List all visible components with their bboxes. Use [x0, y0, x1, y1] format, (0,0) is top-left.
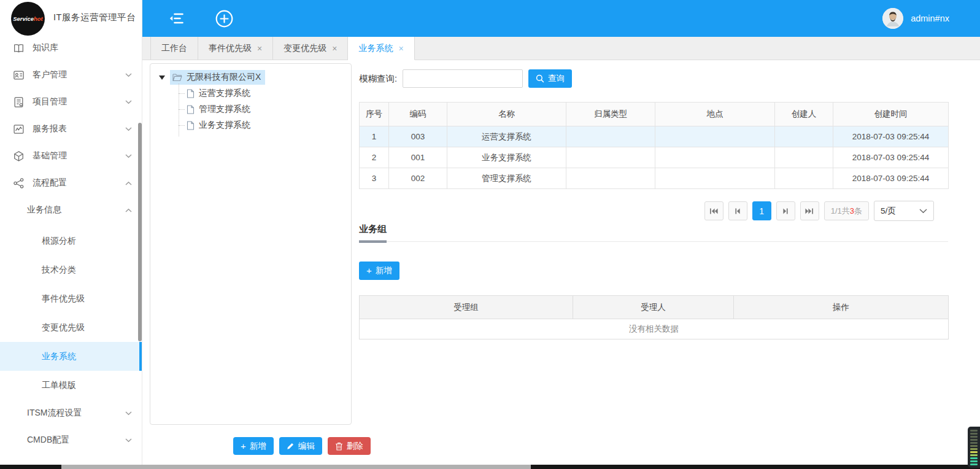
tab-business-system[interactable]: 业务系统 × — [348, 37, 414, 60]
tree-root-row: 无限科技有限公司X — [159, 69, 351, 85]
fuzzy-search-input[interactable] — [403, 69, 523, 88]
pagination: 1 1/1共3条 5/页 — [359, 201, 934, 221]
first-page-button[interactable] — [704, 201, 723, 220]
sidebar-item-process-config[interactable]: 流程配置 — [0, 169, 142, 196]
table-row[interactable]: 1003运营支撑系统2018-07-03 09:25:44 — [360, 126, 949, 147]
top-header: admin#nx — [142, 0, 980, 37]
sidebar-item-label: 基础管理 — [33, 150, 67, 161]
last-page-button[interactable] — [800, 201, 819, 220]
sidebar-item-root-cause[interactable]: 根源分析 — [0, 227, 142, 255]
group-add-button[interactable]: + 新增 — [359, 262, 399, 280]
tree-connector — [179, 125, 185, 126]
page-number-button[interactable]: 1 — [752, 201, 771, 220]
sidebar-item-base-mgmt[interactable]: 基础管理 — [0, 142, 142, 169]
sidebar-item-label: 服务报表 — [33, 123, 67, 134]
sidebar-item-knowledge-base[interactable]: 知识库 — [0, 34, 142, 61]
logo-text-service: Service — [13, 15, 34, 22]
button-label: 删除 — [347, 441, 363, 452]
sidebar-item-cmdb-config[interactable]: CMDB配置 — [0, 427, 142, 454]
main-content: 无限科技有限公司X 运营支撑系统 管理支撑系统 业务支撑系统 — [142, 60, 980, 469]
sidebar-item-ticket-template[interactable]: 工单模版 — [0, 371, 142, 400]
capture-widget[interactable] — [968, 427, 980, 468]
tree-delete-button[interactable]: 删除 — [328, 437, 371, 455]
table-header-row: 受理组 受理人 操作 — [360, 296, 949, 319]
table-row[interactable]: 2001业务支撑系统2018-07-03 09:25:44 — [360, 147, 949, 168]
tree-root-node[interactable]: 无限科技有限公司X — [170, 70, 265, 85]
sidebar-item-service-report[interactable]: 服务报表 — [0, 115, 142, 142]
org-tree-panel: 无限科技有限公司X 运营支撑系统 管理支撑系统 业务支撑系统 — [150, 63, 352, 425]
cube-icon — [12, 150, 25, 162]
current-page: 1 — [759, 206, 764, 216]
close-icon[interactable]: × — [398, 44, 403, 53]
sidebar-item-label: 技术分类 — [42, 265, 76, 276]
close-icon[interactable]: × — [257, 44, 262, 53]
sidebar-item-itsm-process[interactable]: ITSM流程设置 — [0, 400, 142, 427]
sidebar-item-change-priority[interactable]: 变更优先级 — [0, 313, 142, 342]
horizontal-scrollbar-thumb[interactable] — [61, 465, 531, 469]
column-header: 编码 — [389, 103, 447, 126]
chevron-down-icon — [919, 209, 927, 214]
fuzzy-search-label: 模糊查询: — [359, 73, 397, 85]
sidebar-item-incident-priority[interactable]: 事件优先级 — [0, 284, 142, 313]
add-tab-icon[interactable] — [215, 9, 234, 28]
menu-fold-icon[interactable] — [169, 10, 187, 27]
sidebar-nav: 知识库 客户管理 项目管理 服务报表 — [0, 34, 142, 454]
username: admin#nx — [911, 14, 949, 23]
total-count: 3 — [850, 206, 854, 215]
project-document-icon — [12, 96, 25, 108]
tab-label: 业务系统 — [358, 43, 393, 54]
empty-text: 没有相关数据 — [360, 319, 949, 339]
tab-incident-priority[interactable]: 事件优先级 × — [198, 37, 273, 60]
sidebar-item-label: 业务信息 — [27, 204, 61, 215]
column-header: 受理组 — [360, 296, 573, 319]
sidebar-item-label: 流程配置 — [33, 177, 67, 188]
tree-node-label: 管理支撑系统 — [199, 104, 250, 115]
sidebar-item-tech-category[interactable]: 技术分类 — [0, 255, 142, 284]
horizontal-scrollbar[interactable] — [0, 465, 980, 469]
logo-text-hot: hot — [34, 15, 43, 22]
tree-connector — [179, 93, 185, 94]
tab-workbench[interactable]: 工作台 — [150, 37, 198, 60]
tab-label: 工作台 — [161, 43, 187, 54]
table-row[interactable]: 3002管理支撑系统2018-07-03 09:25:44 — [360, 168, 949, 189]
sidebar-item-business-info[interactable]: 业务信息 — [0, 196, 142, 223]
chevron-down-icon — [125, 100, 132, 104]
tree-collapse-caret[interactable] — [159, 76, 165, 80]
next-page-button[interactable] — [776, 201, 795, 220]
chevron-up-icon — [125, 181, 132, 185]
business-systems-table: 序号 编码 名称 归属类型 地点 创建人 创建时间 1003运营支撑系统2018… — [359, 102, 949, 189]
tab-change-priority[interactable]: 变更优先级 × — [273, 37, 348, 60]
tree-add-button[interactable]: + 新增 — [233, 437, 274, 455]
servicehot-logo: Servicehot — [11, 2, 45, 36]
chevron-up-icon — [125, 208, 132, 212]
tree-node-mgmt-system[interactable]: 管理支撑系统 — [179, 101, 351, 117]
trash-icon — [335, 442, 343, 451]
close-icon[interactable]: × — [332, 44, 337, 53]
column-header: 操作 — [734, 296, 949, 319]
tab-label: 变更优先级 — [284, 43, 326, 54]
tree-node-business-system[interactable]: 业务支撑系统 — [179, 117, 351, 133]
sidebar-item-customer-mgmt[interactable]: 客户管理 — [0, 61, 142, 88]
app-root: Servicehot IT服务运营管理平台 知识库 客户管理 — [0, 0, 980, 469]
column-header: 名称 — [447, 103, 566, 126]
search-button[interactable]: 查询 — [528, 69, 572, 88]
sidebar-item-project-mgmt[interactable]: 项目管理 — [0, 88, 142, 115]
search-icon — [536, 74, 544, 83]
page-size-select[interactable]: 5/页 — [874, 201, 934, 221]
tree-node-label: 运营支撑系统 — [199, 88, 250, 99]
button-label: 查询 — [548, 73, 565, 84]
sidebar-item-label: 项目管理 — [33, 96, 67, 107]
customer-card-icon — [12, 69, 25, 81]
sidebar-item-business-system[interactable]: 业务系统 — [0, 342, 142, 371]
search-row: 模糊查询: 查询 — [359, 69, 572, 88]
sidebar-scrollbar[interactable] — [138, 123, 142, 341]
prev-page-button[interactable] — [728, 201, 747, 220]
sidebar: Servicehot IT服务运营管理平台 知识库 客户管理 — [0, 0, 142, 469]
business-group-title: 业务组 — [359, 223, 387, 242]
user-menu[interactable]: admin#nx — [882, 8, 949, 29]
tree-edit-button[interactable]: 编辑 — [279, 437, 322, 455]
sidebar-item-label: 业务系统 — [42, 351, 76, 362]
column-header: 受理人 — [573, 296, 734, 319]
tree-node-operation-system[interactable]: 运营支撑系统 — [179, 85, 351, 101]
sidebar-item-label: CMDB配置 — [27, 435, 69, 446]
